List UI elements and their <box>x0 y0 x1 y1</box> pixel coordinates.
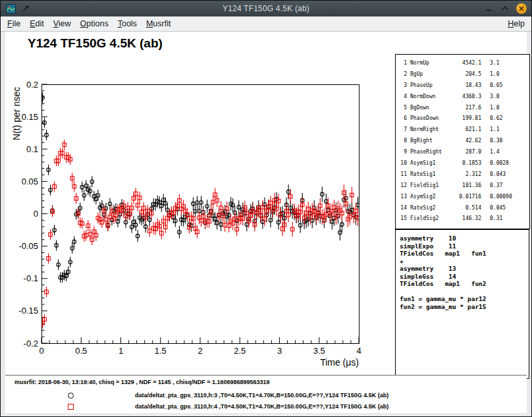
parameter-name: AsymSig2 <box>410 194 451 200</box>
parameter-err: 1.0 <box>490 105 499 111</box>
parameter-val: 2.312 <box>451 171 481 177</box>
svg-text:0.15: 0.15 <box>22 112 38 122</box>
parameter-val: 101.36 <box>451 182 481 188</box>
parameter-row: 3PhaseUp18.430.65 <box>399 80 528 91</box>
parameter-row: 15FieldSig2146.320.31 <box>399 213 528 224</box>
parameter-num: 8 <box>399 138 407 144</box>
parameter-row: 4NormDown4360.33.0 <box>399 91 528 102</box>
app-icon <box>5 3 16 14</box>
parameter-row: 1NormUp4542.13.1 <box>399 57 528 69</box>
plot-footer: musrfit: 2018-06-30, 13:19:40, chisq = 1… <box>5 375 527 413</box>
parameter-err: 0.62 <box>490 115 502 121</box>
parameter-name: NormRight <box>410 126 451 132</box>
legend-entry: data/deltat_pta_gps_3110,h:4 ,T0=4.50K,T… <box>5 401 527 412</box>
menu-item-file[interactable]: File <box>3 18 25 30</box>
close-button[interactable] <box>516 3 527 14</box>
menu-item-musrfit[interactable]: Musrfit <box>142 18 176 30</box>
legend-marker-square-icon <box>68 404 74 410</box>
parameter-val: 199.81 <box>451 115 481 121</box>
parameter-err: 0.38 <box>490 138 502 144</box>
svg-text:0.1: 0.1 <box>26 144 38 154</box>
theory-line: + <box>400 258 529 265</box>
minimize-button[interactable] <box>483 3 494 14</box>
svg-text:0.05: 0.05 <box>22 177 38 186</box>
theory-line: TFieldCos map1 fun2 <box>400 280 529 288</box>
parameter-name: FieldSig2 <box>410 215 451 221</box>
parameter-row: 9PhaseRight287.01.4 <box>399 146 528 157</box>
asymmetry-plot[interactable]: 00.511.522.533.54-0.2-0.15-0.1-0.0500.05… <box>5 32 395 375</box>
parameter-row: 14RateSig20.5140.045 <box>399 202 528 213</box>
parameter-num: 13 <box>399 194 407 200</box>
parameter-err: 0.0028 <box>490 160 509 166</box>
menu-item-edit[interactable]: Edit <box>25 18 49 30</box>
svg-text:0.2: 0.2 <box>26 80 38 90</box>
svg-text:-0.05: -0.05 <box>18 241 38 251</box>
svg-text:-0.1: -0.1 <box>24 273 38 283</box>
svg-text:-0.2: -0.2 <box>24 339 38 348</box>
parameter-err: 0.043 <box>490 171 506 177</box>
legend: data/deltat_pta_gps_3110,h:3 ,T0=4.50K,T… <box>5 387 527 413</box>
svg-text:-0.15: -0.15 <box>18 306 38 316</box>
parameter-err: 0.37 <box>490 182 502 188</box>
parameter-name: NormUp <box>410 60 451 66</box>
parameter-num: 3 <box>399 82 407 88</box>
svg-text:3.5: 3.5 <box>313 346 325 356</box>
maximize-button[interactable] <box>500 3 510 14</box>
menubar: FileEditViewOptionsToolsMusrfitHelp <box>1 16 531 32</box>
parameter-name: RateSig1 <box>410 171 451 177</box>
window-title: Y124 TF150G 4.5K (ab) <box>1 4 531 13</box>
parameter-val: 0.1853 <box>451 160 481 166</box>
svg-text:4: 4 <box>356 346 361 356</box>
parameter-num: 6 <box>399 115 407 121</box>
parameter-val: 217.6 <box>451 105 481 111</box>
parameter-row: 11RateSig12.3120.043 <box>399 169 528 180</box>
parameter-row: 12FieldSig1101.360.37 <box>399 180 528 191</box>
parameter-row: 5BgDown217.61.0 <box>399 102 528 113</box>
parameter-num: 12 <box>399 182 407 188</box>
parameter-val: 204.5 <box>451 71 481 77</box>
parameter-err: 0.65 <box>490 82 502 88</box>
parameter-row: 7NormRight621.11.1 <box>399 124 528 135</box>
svg-text:1.5: 1.5 <box>155 346 167 356</box>
theory-line: fun1 = gamma_mu * par12 <box>400 295 529 303</box>
parameter-row: 2BgUp204.51.0 <box>399 69 528 80</box>
parameter-err: 3.0 <box>490 94 499 99</box>
menu-item-help[interactable]: Help <box>503 18 529 30</box>
parameter-num: 5 <box>399 105 407 111</box>
legend-entry-text: data/deltat_pta_gps_3110,h:3 ,T0=4.50K,T… <box>135 392 388 399</box>
parameter-val: 287.0 <box>451 149 481 155</box>
parameter-num: 11 <box>399 171 407 177</box>
titlebar[interactable]: Y124 TF150G 4.5K (ab) <box>1 1 531 16</box>
axes: 00.511.522.533.54-0.2-0.15-0.1-0.0500.05… <box>11 80 361 368</box>
parameter-name: AsymSig1 <box>410 160 451 166</box>
parameter-val: 42.62 <box>451 138 481 144</box>
menu-item-view[interactable]: View <box>49 18 76 30</box>
fit-parameters-box[interactable]: 1NormUp4542.13.12BgUp204.51.03PhaseUp18.… <box>395 54 530 229</box>
parameter-num: 2 <box>399 71 407 77</box>
menu-item-options[interactable]: Options <box>76 18 113 30</box>
parameter-err: 1.1 <box>490 126 499 132</box>
parameter-num: 1 <box>399 60 407 66</box>
svg-text:3: 3 <box>277 346 282 356</box>
fit-statistics: musrfit: 2018-06-30, 13:19:40, chisq = 1… <box>14 379 269 385</box>
data-series-circle <box>41 92 360 283</box>
theory-line <box>400 288 529 296</box>
svg-text:1: 1 <box>119 346 123 356</box>
menu-item-tools[interactable]: Tools <box>113 18 142 30</box>
parameter-name: BgRight <box>410 138 451 144</box>
parameter-err: 0.00098 <box>490 194 512 200</box>
parameter-name: NormDown <box>410 94 451 99</box>
x-axis-title: Time (μs) <box>320 357 359 368</box>
parameter-val: 4360.3 <box>451 94 481 99</box>
parameter-row: 13AsymSig20.017160.00098 <box>399 191 528 202</box>
parameter-val: 18.43 <box>451 82 481 88</box>
parameter-err: 1.0 <box>490 71 499 77</box>
parameter-num: 10 <box>399 160 407 166</box>
parameter-name: FieldSig1 <box>410 182 451 188</box>
theory-line: TFieldCos map1 fun1 <box>400 250 529 258</box>
legend-entry: data/deltat_pta_gps_3110,h:3 ,T0=4.50K,T… <box>5 390 527 401</box>
theory-line: simpleGss 14 <box>400 273 529 281</box>
parameter-name: PhaseRight <box>410 149 451 155</box>
root-canvas[interactable]: Y124 TF150G 4.5K (ab) 00.511.522.533.54-… <box>5 32 527 413</box>
theory-function-box[interactable]: asymmetry 10simplExpo 11TFieldCos map1 f… <box>395 229 529 379</box>
